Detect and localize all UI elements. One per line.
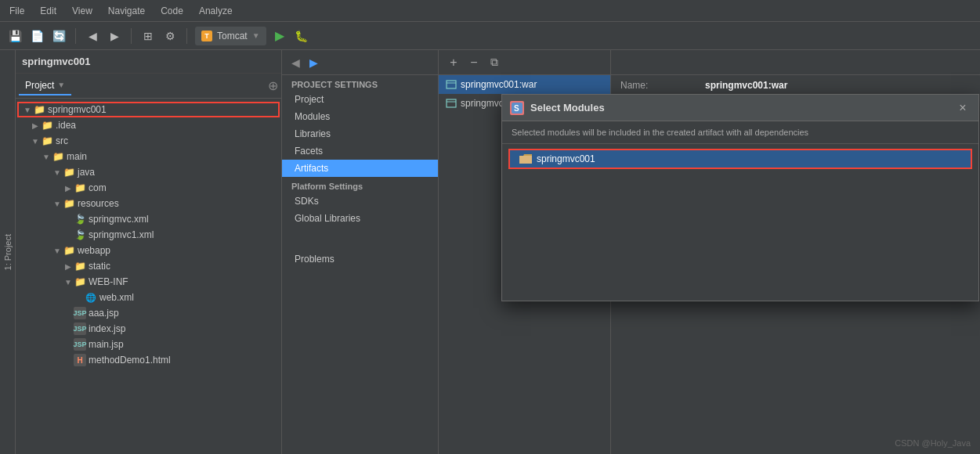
project-tree: ▼ 📁 springmvc001 ▶ 📁 .idea ▼ 📁 src — [16, 99, 281, 454]
project-panel-tab[interactable]: 1: Project — [3, 234, 13, 270]
settings-item-modules[interactable]: Modules — [282, 108, 438, 125]
tree-label-static: static — [89, 261, 110, 272]
back-button[interactable]: ◀ — [84, 27, 101, 45]
settings-item-artifacts[interactable]: Artifacts — [282, 160, 438, 177]
select-modules-dialog[interactable]: S Select Modules × Selected modules will… — [501, 94, 979, 301]
menu-bar: File Edit View Navigate Code Analyze — [0, 0, 980, 22]
tree-item-idea[interactable]: ▶ 📁 .idea — [16, 117, 281, 133]
dialog-icon: S — [510, 101, 524, 115]
tree-label-main: main — [67, 151, 87, 162]
run-config-selector[interactable]: T Tomcat ▼ — [195, 27, 266, 45]
separator-1 — [75, 28, 76, 44]
run-button[interactable]: ▶ — [271, 27, 288, 45]
tree-arrow-idea: ▶ — [30, 120, 41, 131]
forward-button[interactable]: ▶ — [106, 27, 123, 45]
tree-item-static[interactable]: ▶ 📁 static — [16, 258, 281, 274]
menu-navigate[interactable]: Navigate — [105, 4, 148, 18]
tree-item-methoddemo-html[interactable]: H methodDemo1.html — [16, 352, 281, 368]
dialog-title-text: Select Modules — [530, 102, 949, 114]
tree-item-main-jsp[interactable]: JSP main.jsp — [16, 337, 281, 352]
tree-label-springmvc1-xml: springmvc1.xml — [89, 229, 154, 240]
menu-file[interactable]: File — [6, 4, 27, 18]
tree-label-springmvc-xml: springmvc.xml — [89, 214, 149, 225]
sync-button[interactable]: 🔄 — [50, 27, 67, 45]
project-view-button[interactable]: ⊞ — [139, 27, 157, 45]
spacer-2 — [63, 229, 74, 240]
tree-arrow-webinf: ▼ — [63, 276, 74, 287]
artifact-label-war: springmvc001:war — [461, 79, 537, 90]
dialog-close-button[interactable]: × — [955, 100, 971, 116]
ide-window: File Edit View Navigate Code Analyze 💾 📄… — [0, 0, 980, 454]
module-highlight-wrapper: springmvc001 — [502, 149, 978, 169]
tree-item-webinf[interactable]: ▼ 📁 WEB-INF — [16, 274, 281, 290]
settings-item-project[interactable]: Project — [282, 91, 438, 108]
toolbar: 💾 📄 🔄 ◀ ▶ ⊞ ⚙ T Tomcat ▼ ▶ 🐛 — [0, 22, 980, 50]
settings-item-global-libraries[interactable]: Global Libraries — [282, 210, 438, 227]
separator-3 — [186, 28, 187, 44]
dialog-title-bar: S Select Modules × — [502, 95, 978, 121]
project-name: springmvc001 — [22, 56, 90, 67]
artifact-item-war[interactable]: springmvc001:war — [439, 75, 610, 94]
project-tab[interactable]: Project ▼ — [19, 77, 71, 95]
nav-back-arrow[interactable]: ◀ — [288, 55, 303, 70]
jsp-icon-aaa: JSP — [74, 307, 86, 319]
menu-view[interactable]: View — [69, 4, 96, 18]
folder-icon-src: 📁 — [41, 135, 53, 147]
nav-forward-arrow[interactable]: ▶ — [306, 55, 321, 70]
build-button[interactable]: ⚙ — [161, 27, 179, 45]
settings-item-facets[interactable]: Facets — [282, 142, 438, 160]
run-config-dropdown-icon: ▼ — [252, 31, 260, 40]
tree-arrow-java: ▼ — [52, 167, 63, 178]
xml-icon-springmvc: 🍃 — [74, 213, 86, 225]
tree-item-com[interactable]: ▶ 📁 com — [16, 180, 281, 196]
tree-item-springmvc-xml[interactable]: 🍃 springmvc.xml — [16, 211, 281, 227]
tree-label-springmvc001: springmvc001 — [48, 104, 107, 115]
debug-button[interactable]: 🐛 — [293, 27, 310, 45]
tree-label-com: com — [89, 182, 107, 193]
tree-item-web-xml[interactable]: 🌐 web.xml — [16, 290, 281, 305]
tree-item-resources[interactable]: ▼ 📁 resources — [16, 196, 281, 211]
tree-label-web-xml: web.xml — [99, 292, 134, 303]
tree-item-index-jsp[interactable]: JSP index.jsp — [16, 321, 281, 337]
settings-item-problems[interactable]: Problems — [282, 250, 438, 268]
svg-rect-2 — [447, 99, 456, 107]
separator-2 — [131, 28, 132, 44]
tree-label-webapp: webapp — [78, 245, 110, 256]
module-item-springmvc001[interactable]: springmvc001 — [508, 149, 972, 169]
save-all-button[interactable]: 💾 — [6, 27, 24, 45]
name-label: Name: — [620, 80, 699, 91]
settings-item-sdks[interactable]: SDKs — [282, 193, 438, 210]
add-content-button[interactable]: ⊕ — [268, 78, 278, 93]
folder-icon-java: 📁 — [63, 166, 75, 178]
html-icon-methoddemo: H — [74, 354, 86, 366]
name-value: springmvc001:war — [705, 80, 787, 91]
spacer-4 — [63, 308, 74, 319]
settings-panel: ◀ ▶ Project Settings Project Modules Lib… — [282, 50, 439, 454]
jsp-icon-index: JSP — [74, 322, 86, 335]
menu-code[interactable]: Code — [157, 4, 186, 18]
tree-item-main[interactable]: ▼ 📁 main — [16, 149, 281, 164]
remove-artifact-button[interactable]: − — [465, 54, 483, 71]
project-settings-title: Project Settings — [282, 75, 438, 91]
tree-item-springmvc1-xml[interactable]: 🍃 springmvc1.xml — [16, 227, 281, 243]
save-button[interactable]: 📄 — [28, 27, 45, 45]
folder-icon-webinf: 📁 — [74, 276, 86, 288]
tree-arrow: ▼ — [22, 104, 33, 115]
project-tab-label: Project — [25, 80, 54, 91]
copy-artifact-button[interactable]: ⧉ — [486, 54, 503, 71]
tree-item-java[interactable]: ▼ 📁 java — [16, 164, 281, 180]
tree-item-aaa-jsp[interactable]: JSP aaa.jsp — [16, 305, 281, 321]
tree-item-src[interactable]: ▼ 📁 src — [16, 133, 281, 149]
war-exp-icon — [445, 97, 457, 110]
tree-item-webapp[interactable]: ▼ 📁 webapp — [16, 243, 281, 258]
tree-item-springmvc001-root[interactable]: ▼ 📁 springmvc001 — [17, 102, 280, 117]
add-artifact-button[interactable]: + — [445, 54, 462, 71]
settings-item-libraries[interactable]: Libraries — [282, 125, 438, 142]
tree-label-java: java — [78, 167, 95, 178]
menu-analyze[interactable]: Analyze — [196, 4, 236, 18]
spacer-7 — [63, 355, 74, 366]
menu-edit[interactable]: Edit — [37, 4, 60, 18]
tree-label-aaa-jsp: aaa.jsp — [89, 308, 119, 319]
tree-label-src: src — [56, 135, 68, 146]
dialog-subtitle: Selected modules will be included in the… — [502, 121, 978, 144]
